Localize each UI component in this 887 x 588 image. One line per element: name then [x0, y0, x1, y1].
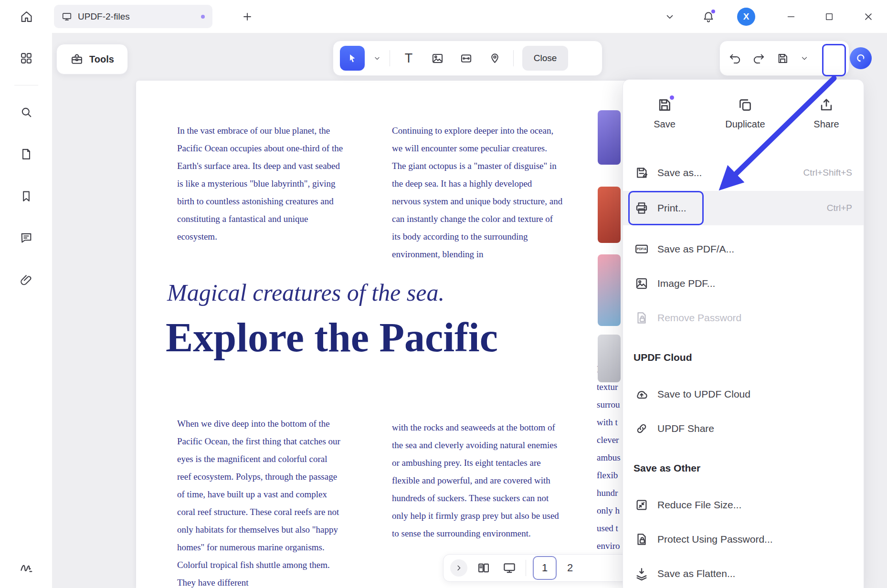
close-label: Close	[534, 53, 557, 63]
expand-pagebar-button[interactable]	[450, 559, 467, 577]
minimize-button[interactable]	[782, 8, 800, 25]
left-sidebar	[0, 0, 52, 588]
menu-item-print[interactable]: Print... Ctrl+P	[623, 191, 864, 225]
save-button[interactable]	[772, 48, 792, 68]
avatar-initial: X	[743, 11, 750, 22]
page-2-button[interactable]: 2	[563, 562, 577, 574]
tabs-list-button[interactable]	[661, 8, 678, 25]
updf-share-label: UPDF Share	[657, 423, 714, 434]
chevron-down-icon	[665, 11, 675, 22]
image-pdf-label: Image PDF...	[657, 278, 715, 289]
redo-button[interactable]	[749, 48, 769, 68]
page-1-button[interactable]: 1	[533, 556, 557, 580]
card-icon	[460, 52, 473, 65]
link-icon	[634, 421, 649, 436]
pdf-page[interactable]: In the vast embrace of our blue planet, …	[136, 81, 652, 588]
menu-item-save-as[interactable]: Save as... Ctrl+Shift+S	[623, 156, 864, 190]
home-button[interactable]	[18, 8, 35, 25]
gray-coral-image	[598, 335, 621, 382]
save-as-icon	[634, 166, 649, 180]
save-as-pdfa-label: Save as PDF/A...	[657, 243, 734, 255]
document-icon	[20, 147, 33, 161]
apps-grid-button[interactable]	[18, 50, 35, 67]
plus-icon	[242, 11, 253, 22]
save-menu-chevron-button[interactable]	[796, 48, 813, 68]
chevron-down-icon	[800, 54, 809, 63]
svg-text:PDF/A: PDF/A	[637, 247, 646, 251]
cursor-icon	[346, 52, 359, 64]
select-tool-button[interactable]	[340, 46, 365, 71]
attachments-button[interactable]	[18, 272, 35, 289]
signature-button[interactable]	[18, 558, 35, 576]
menu-item-save-as-pdfa[interactable]: PDF/A Save as PDF/A...	[623, 232, 864, 266]
compress-icon	[634, 498, 649, 512]
presentation-icon	[502, 561, 517, 575]
undo-icon	[729, 52, 741, 65]
save-to-cloud-label: Save to UPDF Cloud	[657, 388, 750, 400]
thumbnails-button[interactable]	[18, 146, 35, 163]
two-page-view-button[interactable]	[474, 558, 493, 578]
grid-icon	[20, 52, 33, 65]
share-action-label: Share	[813, 119, 839, 130]
bookmark-icon	[20, 189, 33, 203]
close-edit-button[interactable]: Close	[522, 46, 568, 71]
menu-save-action[interactable]: Save	[638, 97, 691, 130]
reduce-file-size-label: Reduce File Size...	[657, 499, 741, 511]
paragraph-3: When we dive deep into the bottom of the…	[177, 415, 343, 588]
flatten-icon	[634, 567, 649, 581]
page-2-label: 2	[567, 562, 573, 574]
maximize-icon	[824, 12, 834, 21]
save-as-label: Save as...	[657, 167, 702, 178]
pink-coral-image	[598, 254, 621, 326]
pagebar-divider	[526, 560, 526, 576]
print-label: Print...	[657, 202, 686, 214]
pin-tool-button[interactable]	[485, 48, 505, 68]
edit-toolbar: T Close	[333, 41, 602, 76]
save-as-shortcut: Ctrl+Shift+S	[803, 168, 852, 178]
monitor-icon	[62, 11, 72, 22]
pdfa-icon: PDF/A	[634, 242, 649, 256]
section-updf-cloud: UPDF Cloud	[634, 352, 692, 363]
link-card-tool-button[interactable]	[456, 48, 476, 68]
notifications-button[interactable]	[700, 8, 717, 25]
search-button[interactable]	[18, 104, 35, 121]
menu-share-action[interactable]: Share	[800, 97, 853, 130]
text-tool-icon: T	[405, 51, 413, 66]
chevron-right-icon	[454, 564, 463, 572]
file-toolbar	[719, 41, 849, 76]
close-icon	[863, 11, 874, 22]
menu-item-protect-password[interactable]: Protect Using Password...	[623, 522, 864, 556]
menu-item-image-pdf[interactable]: Image PDF...	[623, 266, 864, 301]
home-icon	[20, 10, 33, 23]
remove-password-label: Remove Password	[657, 312, 741, 324]
menu-item-reduce-file-size[interactable]: Reduce File Size...	[623, 488, 864, 522]
bookmarks-button[interactable]	[18, 188, 35, 205]
cloud-upload-icon	[634, 387, 649, 401]
duplicate-icon	[737, 97, 753, 113]
tab-unsaved-dot	[201, 15, 205, 19]
menu-duplicate-action[interactable]: Duplicate	[719, 97, 771, 130]
menu-item-updf-share[interactable]: UPDF Share	[623, 411, 864, 446]
text-tool-button[interactable]: T	[399, 48, 419, 68]
comments-button[interactable]	[18, 229, 35, 246]
account-button[interactable]: X	[737, 8, 755, 26]
paperclip-icon	[20, 273, 33, 287]
ai-assistant-button[interactable]	[850, 47, 872, 69]
image-icon	[431, 52, 444, 65]
duplicate-action-label: Duplicate	[725, 119, 765, 130]
select-tool-chevron-icon[interactable]	[373, 54, 381, 62]
presentation-mode-button[interactable]	[500, 558, 519, 578]
new-tab-button[interactable]	[239, 8, 256, 25]
tab-label: UPDF-2-files	[78, 11, 130, 22]
undo-button[interactable]	[725, 48, 745, 68]
tools-button[interactable]: Tools	[56, 44, 128, 74]
lock-file-icon	[634, 311, 649, 325]
anemone-image	[598, 110, 621, 165]
close-window-button[interactable]	[860, 8, 877, 25]
menu-item-save-to-cloud[interactable]: Save to UPDF Cloud	[623, 377, 864, 411]
maximize-button[interactable]	[821, 8, 838, 25]
document-tab[interactable]: UPDF-2-files	[54, 5, 212, 28]
redo-icon	[752, 52, 765, 65]
image-tool-button[interactable]	[427, 48, 447, 68]
menu-item-save-as-flatten[interactable]: Save as Flatten...	[623, 556, 864, 588]
